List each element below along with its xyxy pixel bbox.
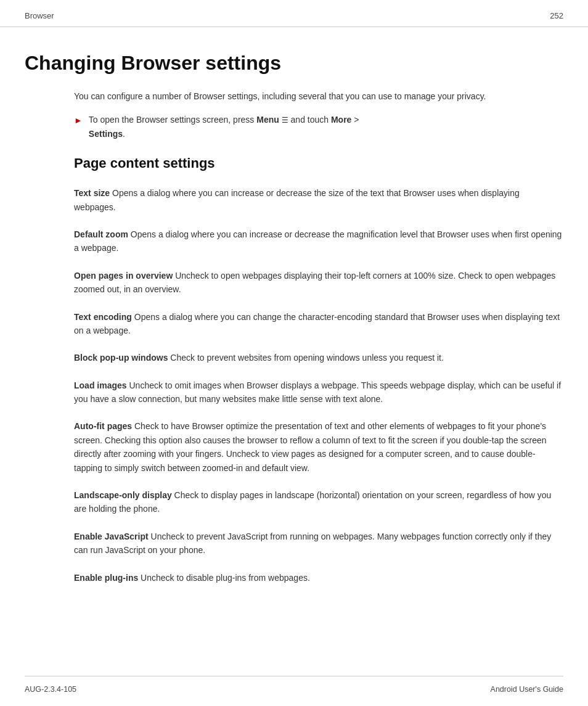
menu-lines-icon: ☰ (282, 116, 288, 125)
setting-term: Default zoom (74, 229, 128, 239)
setting-term: Auto-fit pages (74, 421, 132, 431)
setting-term: Landscape-only display (74, 490, 172, 500)
setting-term: Block pop-up windows (74, 353, 168, 363)
intro-text-content: You can configure a number of Browser se… (74, 91, 486, 101)
setting-term: Text encoding (74, 312, 132, 322)
setting-item: Block pop-up windows Check to prevent we… (74, 351, 563, 364)
bullet-item: ► To open the Browser settings screen, p… (74, 113, 563, 141)
setting-item: Load images Uncheck to omit images when … (74, 379, 563, 406)
setting-description: Uncheck to disable plug-ins from webpage… (138, 573, 310, 583)
setting-term: Text size (74, 188, 110, 198)
setting-item: Open pages in overview Uncheck to open w… (74, 269, 563, 297)
page-title: Changing Browser settings (25, 52, 563, 75)
settings-list: Text size Opens a dialog where you can i… (25, 186, 563, 585)
settings-bold: Settings (89, 129, 123, 139)
intro-paragraph: You can configure a number of Browser se… (74, 89, 563, 103)
setting-item: Default zoom Opens a dialog where you ca… (74, 228, 563, 255)
setting-description: Uncheck to omit images when Browser disp… (74, 380, 561, 404)
setting-item: Auto-fit pages Check to have Browser opt… (74, 419, 563, 475)
page-container: Browser 252 Changing Browser settings Yo… (0, 0, 588, 706)
setting-term: Open pages in overview (74, 271, 173, 281)
setting-term: Enable JavaScript (74, 532, 149, 541)
setting-term: Enable plug-ins (74, 573, 138, 583)
setting-item: Text encoding Opens a dialog where you c… (74, 310, 563, 338)
more-bold: More (331, 115, 351, 125)
bottom-bar: AUG-2.3.4-105 Android User's Guide (25, 676, 563, 694)
setting-item: Enable JavaScript Uncheck to prevent Jav… (74, 530, 563, 557)
setting-description: Check to prevent websites from opening w… (168, 353, 443, 363)
setting-description: Opens a dialog where you can change the … (74, 312, 560, 335)
content-area: Changing Browser settings You can config… (0, 27, 588, 635)
header-right: 252 (550, 11, 563, 20)
bullet-text: To open the Browser settings screen, pre… (89, 113, 359, 141)
setting-description: Opens a dialog where you can increase or… (74, 188, 520, 211)
footer-left: AUG-2.3.4-105 (25, 685, 76, 694)
setting-term: Load images (74, 380, 127, 390)
section-heading: Page content settings (74, 155, 563, 171)
top-bar: Browser 252 (0, 0, 588, 27)
bullet-arrow-icon: ► (74, 113, 83, 127)
footer-right: Android User's Guide (491, 685, 563, 694)
setting-item: Landscape-only display Check to display … (74, 488, 563, 516)
setting-item: Text size Opens a dialog where you can i… (74, 186, 563, 214)
setting-description: Opens a dialog where you can increase or… (74, 229, 561, 253)
header-left: Browser (25, 11, 54, 20)
setting-description: Check to have Browser optimize the prese… (74, 421, 547, 472)
menu-bold: Menu (256, 115, 279, 125)
setting-item: Enable plug-ins Uncheck to disable plug-… (74, 571, 563, 585)
